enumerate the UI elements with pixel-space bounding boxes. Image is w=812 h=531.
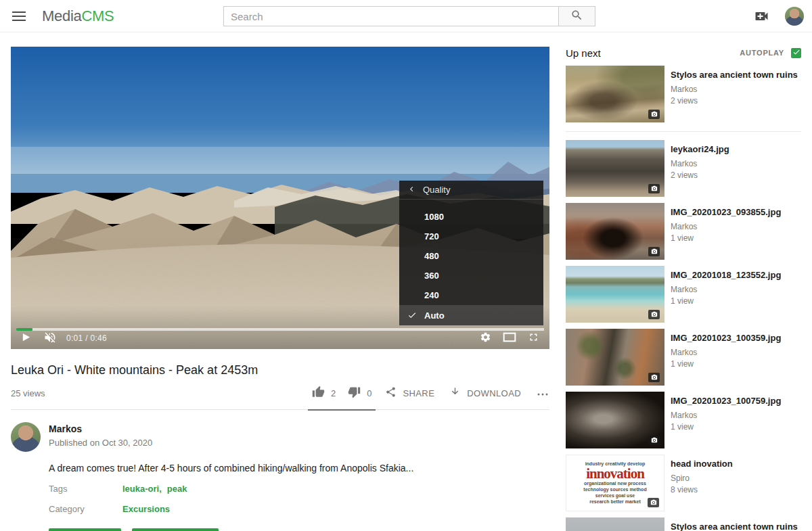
like-count: 2	[331, 388, 336, 398]
image-media-badge	[648, 184, 660, 193]
quality-option-1080[interactable]: 1080	[399, 207, 543, 227]
quality-option-720[interactable]: 720	[399, 227, 543, 246]
tag-link-peak[interactable]: peak	[167, 484, 187, 494]
more-options-button[interactable]	[536, 388, 549, 398]
item-thumbnail	[566, 266, 664, 323]
quality-option-480[interactable]: 480	[399, 246, 543, 266]
up-next-item[interactable]: Stylos area ancient town ruins Markos 2 …	[566, 66, 801, 122]
search-button[interactable]	[558, 6, 595, 26]
wordcloud-main-word: innovation	[586, 467, 644, 481]
autoplay-toggle: AUTOPLAY	[740, 48, 801, 58]
view-count: 25 views	[11, 388, 45, 398]
category-row: Category Excursions	[49, 504, 549, 514]
up-next-separator	[566, 131, 801, 132]
item-views: 1 view	[671, 422, 781, 432]
camera-icon	[651, 183, 658, 195]
item-thumbnail	[566, 140, 664, 197]
check-icon	[407, 310, 417, 322]
up-next-item[interactable]: Stylos area ancient town ruins	[566, 517, 801, 531]
rating-underline	[308, 409, 376, 411]
autoplay-checkbox[interactable]	[791, 48, 801, 58]
search-bar	[223, 6, 595, 26]
category-link[interactable]: Excursions	[122, 504, 170, 514]
player-controls: 0:01 / 0:46	[11, 329, 549, 347]
app-logo[interactable]: MediaCMS	[42, 7, 114, 25]
tag-link-leuka-ori[interactable]: leuka-ori,	[122, 484, 162, 494]
quality-option-360[interactable]: 360	[399, 266, 543, 285]
image-media-badge	[648, 373, 660, 382]
time-display: 0:01 / 0:46	[66, 333, 107, 343]
author-name[interactable]: Markos	[49, 423, 152, 434]
item-title: IMG_20201023_100359.jpg	[671, 333, 781, 344]
image-media-badge	[648, 247, 660, 256]
thumb-down-icon	[348, 386, 361, 400]
wordcloud-row: organizational new process	[584, 481, 646, 487]
item-title: Stylos area ancient town ruins	[671, 70, 798, 80]
up-next-item[interactable]: IMG_20201023_100759.jpg Markos 1 view	[566, 392, 801, 448]
tags-row: Tags leuka-ori, peak	[49, 484, 549, 494]
search-icon	[570, 9, 583, 24]
quality-menu-back[interactable]: Quality	[399, 181, 543, 200]
video-upload-icon	[753, 16, 770, 26]
download-label: DOWNLOAD	[467, 388, 521, 398]
camera-icon	[651, 246, 658, 258]
item-thumbnail	[566, 392, 664, 448]
upload-media-button[interactable]	[752, 8, 770, 24]
quality-menu-title: Quality	[423, 185, 450, 195]
up-next-item[interactable]: IMG_20201023_093855.jpg Markos 1 view	[566, 203, 801, 260]
up-next-item[interactable]: leykaori24.jpg Markos 2 views	[566, 140, 801, 197]
item-title: IMG_20201023_093855.jpg	[671, 207, 781, 218]
up-next-item[interactable]: IMG_20201023_100359.jpg Markos 1 view	[566, 329, 801, 386]
gear-icon	[480, 331, 491, 345]
delete-media-button[interactable]: DELETE MEDIA	[132, 528, 219, 531]
user-avatar[interactable]	[785, 7, 804, 26]
fullscreen-icon	[528, 331, 539, 345]
quality-menu: Quality 1080 720 480 360 240 Auto	[399, 181, 543, 325]
item-author: Markos	[671, 411, 781, 420]
item-title: head inovation	[671, 459, 733, 469]
item-title: Stylos area ancient town ruins	[671, 522, 798, 531]
main-column: Quality 1080 720 480 360 240 Auto	[11, 47, 549, 531]
image-media-badge	[648, 310, 660, 319]
item-author: Markos	[671, 222, 781, 231]
camera-icon	[650, 496, 657, 509]
item-author: Markos	[671, 348, 781, 357]
download-icon	[449, 386, 461, 400]
media-title: Leuka Ori - White mountains - Peak at 24…	[11, 363, 549, 377]
camera-icon	[651, 434, 658, 446]
fullscreen-button[interactable]	[528, 331, 539, 345]
search-input[interactable]	[223, 6, 559, 26]
settings-button[interactable]	[480, 331, 491, 345]
volume-muted-icon	[43, 331, 57, 346]
download-button[interactable]: DOWNLOAD	[449, 386, 521, 400]
item-views: 2 views	[671, 170, 729, 180]
image-media-badge	[648, 498, 659, 507]
video-player[interactable]: Quality 1080 720 480 360 240 Auto	[11, 47, 549, 349]
thumb-up-icon	[312, 386, 325, 400]
mute-button[interactable]	[43, 331, 57, 346]
theater-mode-button[interactable]	[503, 332, 516, 344]
up-next-title: Up next	[566, 47, 601, 59]
up-next-item[interactable]: industry creativity develop innovation o…	[566, 455, 801, 511]
up-next-item[interactable]: IMG_20201018_123552.jpg Markos 1 view	[566, 266, 801, 323]
dislike-button[interactable]: 0	[348, 386, 371, 400]
play-button[interactable]	[21, 332, 31, 344]
share-icon	[385, 386, 397, 400]
chevron-left-icon	[408, 185, 415, 195]
meta-row: 25 views 2 0	[11, 386, 549, 410]
image-media-badge	[648, 436, 660, 445]
wordcloud-row: research better market	[589, 499, 641, 505]
media-admin-buttons: EDIT MEDIA DELETE MEDIA	[49, 528, 549, 531]
camera-icon	[651, 108, 658, 120]
like-button[interactable]: 2	[312, 386, 336, 400]
item-title: IMG_20201018_123552.jpg	[671, 270, 781, 281]
quality-option-auto[interactable]: Auto	[399, 305, 543, 325]
item-views: 2 views	[671, 96, 798, 106]
menu-icon[interactable]	[12, 11, 26, 21]
item-views: 1 view	[671, 296, 781, 306]
author-avatar[interactable]	[11, 422, 41, 452]
item-thumbnail	[566, 203, 664, 260]
quality-option-240[interactable]: 240	[399, 285, 543, 305]
edit-media-button[interactable]: EDIT MEDIA	[49, 528, 121, 531]
share-button[interactable]: SHARE	[385, 386, 434, 400]
